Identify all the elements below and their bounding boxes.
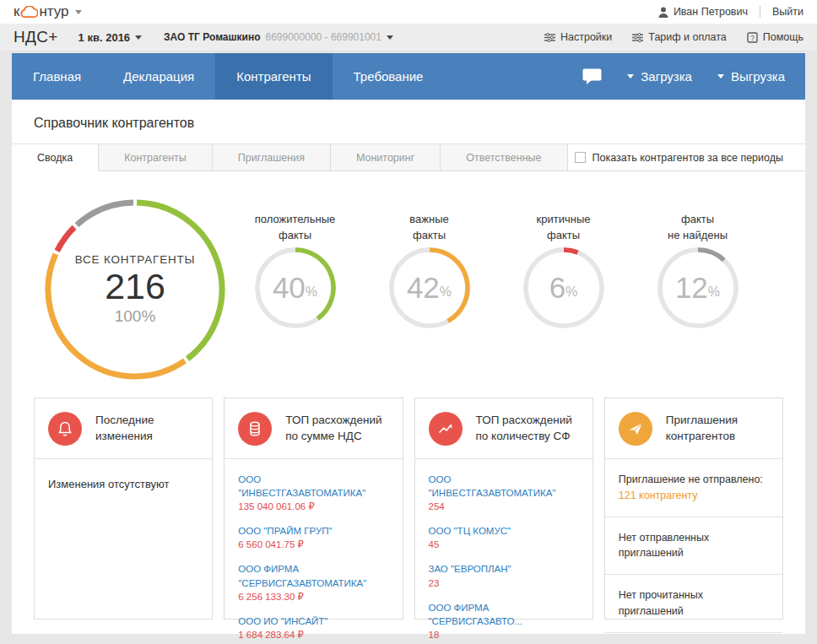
tab-monitoring[interactable]: Мониторинг xyxy=(331,144,441,171)
tariff-button[interactable]: Тариф и оплата xyxy=(632,31,726,43)
period-selector[interactable]: 1 кв. 2016 xyxy=(78,31,142,44)
list-item: ЗАО "ЕВРОПЛАН" 23 xyxy=(429,562,579,589)
chevron-down-icon xyxy=(387,35,393,40)
divider xyxy=(760,6,760,18)
help-button[interactable]: ? Помощь xyxy=(747,31,803,43)
contractor-link[interactable]: ООО "ИНВЕСТГАЗАВТОМАТИКА" xyxy=(429,473,579,500)
main-navigation: Главная Декларация Контрагенты Требовани… xyxy=(12,53,805,100)
contractor-link[interactable]: ООО ФИРМА "СЕРВИСГАЗАВТОМАТИКА" xyxy=(238,562,388,589)
trend-icon xyxy=(429,412,463,446)
last-changes-card: Последние изменения Изменения отсутствую… xyxy=(34,398,213,620)
upload-button[interactable]: Загрузка xyxy=(627,69,692,84)
contractor-link[interactable]: ООО "ТЦ КОМУС" xyxy=(429,524,579,538)
card-title: ТОП расхождений по количеству СФ xyxy=(476,413,572,443)
percent-sign: % xyxy=(306,284,317,300)
nav-item-main[interactable]: Главная xyxy=(12,53,102,100)
card-title: Последние изменения xyxy=(95,413,154,443)
product-name: НДС+ xyxy=(14,28,58,46)
important-facts-donut: важные факты 42% xyxy=(362,171,496,330)
logout-button[interactable]: Выйти xyxy=(772,6,803,18)
list-item: ООО "ПРАЙМ ГРУП" 6 560 041.75 ₽ xyxy=(238,524,388,551)
list-item: ООО ИО "ИНСАЙТ" 1 684 283.64 ₽ xyxy=(238,614,388,641)
mini-donut-label: критичные факты xyxy=(537,212,591,244)
mini-donut-value: 42 xyxy=(407,271,440,305)
percent-sign: % xyxy=(708,284,720,300)
mini-donut-value: 12 xyxy=(675,271,708,305)
logo-text-suffix: нтур xyxy=(39,3,68,20)
percent-sign: % xyxy=(565,284,577,300)
percent-sign: % xyxy=(440,284,452,300)
help-label: Помощь xyxy=(763,31,803,43)
upload-label: Загрузка xyxy=(641,69,692,84)
discrepancy-amount: 6 560 041.75 ₽ xyxy=(238,538,388,551)
paper-plane-icon xyxy=(619,412,652,446)
content-area: Справочник контрагентов Сводка Контраген… xyxy=(12,100,805,634)
top-bar: к нтур Иван Петрович Выйти xyxy=(0,0,817,24)
mini-donut-label: факты не найдены xyxy=(668,212,728,244)
list-item: ООО "ИНВЕСТГАЗАВТОМАТИКА" 254 xyxy=(429,473,579,513)
settings-label: Настройки xyxy=(560,31,612,43)
list-item: ООО "ТЦ КОМУС" 45 xyxy=(429,524,579,551)
discrepancy-amount: 1 684 283.64 ₽ xyxy=(238,628,388,641)
organization-codes: 6699000000 - 669901001 xyxy=(266,31,381,43)
invitation-row: Приглашение не отправлено: 121 контраген… xyxy=(605,459,782,517)
organization-name: ЗАО ТГ Ромашкино xyxy=(164,31,260,43)
contractor-link[interactable]: ООО ФИРМА "СЕРВИСГАЗАВТО... xyxy=(429,601,579,628)
kontur-logo[interactable]: к нтур xyxy=(14,3,82,20)
invitation-row: Нет прочитанных приглашений xyxy=(605,575,782,633)
tab-responsible[interactable]: Ответственные xyxy=(441,144,567,171)
user-name: Иван Петрович xyxy=(674,6,748,18)
chevron-down-icon xyxy=(627,74,634,78)
contractor-link[interactable]: ООО "ПРАЙМ ГРУП" xyxy=(238,524,388,538)
chat-button[interactable] xyxy=(582,68,602,84)
show-all-periods-checkbox[interactable] xyxy=(575,152,586,163)
tab-summary[interactable]: Сводка xyxy=(12,144,99,171)
all-contractors-donut: ВСЕ КОНТРАГЕНТЫ 216 100% xyxy=(42,197,228,382)
cloud-icon xyxy=(20,6,38,19)
critical-facts-donut: критичные факты 6% xyxy=(496,171,630,330)
donut-center-value: 216 xyxy=(105,266,165,307)
tab-strip: Сводка Контрагенты Приглашения Мониторин… xyxy=(12,143,805,171)
top-invoice-count-card: ТОП расхождений по количеству СФ ООО "ИН… xyxy=(414,398,593,620)
user-icon xyxy=(658,7,668,18)
page-title: Справочник контрагентов xyxy=(12,100,805,143)
contractor-link[interactable]: ЗАО "ЕВРОПЛАН" xyxy=(429,562,579,576)
discrepancy-count: 45 xyxy=(429,538,579,551)
contractor-link[interactable]: ООО "ИНВЕСТГАЗАВТОМАТИКА" xyxy=(238,473,388,500)
settings-button[interactable]: Настройки xyxy=(544,31,612,43)
invitation-link[interactable]: 121 контрагенту xyxy=(619,488,769,504)
card-title: Приглашения контрагентов xyxy=(666,413,738,443)
nav-item-demand[interactable]: Требование xyxy=(333,53,445,100)
invitation-status: Нет отправленных приглашений xyxy=(619,530,769,562)
tab-contractors[interactable]: Контрагенты xyxy=(99,144,213,171)
mini-donut-label: положительные факты xyxy=(255,212,335,244)
mini-donut-label: важные факты xyxy=(409,212,448,244)
summary-donuts: ВСЕ КОНТРАГЕНТЫ 216 100% положительные ф… xyxy=(12,171,805,382)
discrepancy-amount: 6 256 133.30 ₽ xyxy=(238,590,388,603)
user-menu[interactable]: Иван Петрович xyxy=(658,6,748,18)
organization-selector[interactable]: ЗАО ТГ Ромашкино 6699000000 - 669901001 xyxy=(164,31,393,43)
svg-text:?: ? xyxy=(750,33,755,41)
tariff-label: Тариф и оплата xyxy=(648,31,726,43)
chat-bubble-icon xyxy=(582,68,602,84)
download-button[interactable]: Выгрузка xyxy=(717,69,785,84)
positive-facts-donut: положительные факты 40% xyxy=(228,171,362,330)
tab-invitations[interactable]: Приглашения xyxy=(213,144,331,171)
app-bar: НДС+ 1 кв. 2016 ЗАО ТГ Ромашкино 6699000… xyxy=(0,24,817,51)
download-label: Выгрузка xyxy=(731,69,785,84)
period-value: 1 кв. 2016 xyxy=(78,31,130,44)
invitations-card: Приглашения контрагентов Приглашение не … xyxy=(604,398,783,620)
nav-item-contractors[interactable]: Контрагенты xyxy=(215,53,332,100)
show-all-periods-label[interactable]: Показать контрагентов за все периоды xyxy=(592,152,783,164)
chevron-down-icon xyxy=(717,74,724,78)
logo-text-prefix: к xyxy=(14,3,19,20)
card-title: ТОП расхождений по сумме НДС xyxy=(285,413,381,443)
bell-icon xyxy=(48,412,82,446)
discrepancy-count: 254 xyxy=(429,500,579,513)
list-item: ООО ФИРМА "СЕРВИСГАЗАВТО... 18 xyxy=(429,601,579,641)
contractor-link[interactable]: ООО ИО "ИНСАЙТ" xyxy=(238,614,388,628)
help-icon: ? xyxy=(747,32,758,43)
list-item: ООО "ИНВЕСТГАЗАВТОМАТИКА" 135 040 061.06… xyxy=(238,473,388,513)
chevron-down-icon xyxy=(75,10,82,14)
nav-item-declaration[interactable]: Декларация xyxy=(102,53,215,100)
